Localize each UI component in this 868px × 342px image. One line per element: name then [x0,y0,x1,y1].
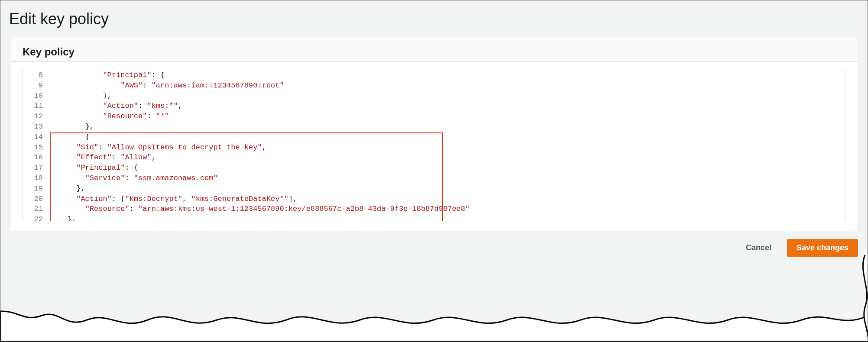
torn-edge-decoration [0,255,868,342]
code-content[interactable]: "Resource": "arn:aws:kms:us-west-1:12345… [49,204,845,214]
code-line[interactable]: 11 "Action": "kms:*", [23,101,845,111]
line-number: 19 [23,184,49,194]
code-line[interactable]: 10 }, [23,91,845,101]
line-number: 13 [23,122,49,132]
code-content[interactable]: "Principal": { [49,163,845,173]
code-content[interactable]: }, [49,122,845,132]
panel-title: Key policy [23,46,845,58]
code-line[interactable]: 15 "Sid": "Allow OpsItems to decrypt the… [23,142,845,153]
line-number: 10 [23,91,49,101]
code-line[interactable]: 9 "AWS": "arn:aws:iam::1234567890:root" [23,81,845,91]
code-line[interactable]: 14 { [23,132,845,142]
line-number: 21 [23,204,49,214]
code-line[interactable]: 16 "Effect": "Allow", [23,152,845,163]
page-title: Edit key policy [9,10,868,28]
code-line[interactable]: 17 "Principal": { [23,163,845,173]
line-number: 22 [23,214,49,221]
code-line[interactable]: 21 "Resource": "arn:aws:kms:us-west-1:12… [23,204,845,214]
action-bar: Cancel Save changes [0,231,868,257]
code-content[interactable]: "Resource": "*" [49,111,845,122]
code-content[interactable]: }, [49,184,845,194]
cancel-button[interactable]: Cancel [736,239,781,257]
code-line[interactable]: 19 }, [23,184,845,194]
line-number: 12 [23,111,49,122]
code-content[interactable]: }, [49,91,845,101]
code-line[interactable]: 8 "Principal": { [23,70,845,81]
edit-key-policy-page: Edit key policy Key policy 8 "Principal"… [0,0,868,342]
line-number: 14 [23,132,49,142]
line-number: 11 [23,101,49,111]
code-content[interactable]: "Action": "kms:*", [49,101,845,111]
code-line[interactable]: 18 "Service": "ssm.amazonaws.com" [23,173,845,184]
line-number: 15 [23,142,49,153]
code-content[interactable]: "Service": "ssm.amazonaws.com" [49,173,845,184]
code-line[interactable]: 13 }, [23,122,845,132]
line-number: 20 [23,194,49,204]
code-content[interactable]: { [49,132,845,142]
code-content[interactable]: "Action": ["kms:Decrypt", "kms:GenerateD… [49,194,845,204]
line-number: 9 [23,81,49,91]
line-number: 18 [23,173,49,184]
code-line[interactable]: 12 "Resource": "*" [23,111,845,122]
code-line[interactable]: 22 }, [23,214,845,221]
save-button[interactable]: Save changes [787,239,858,257]
code-line[interactable]: 20 "Action": ["kms:Decrypt", "kms:Genera… [23,194,845,204]
code-content[interactable]: "AWS": "arn:aws:iam::1234567890:root" [49,81,845,91]
panel-header: Key policy [10,36,858,62]
key-policy-panel: Key policy 8 "Principal": {9 "AWS": "arn… [10,36,858,231]
code-content[interactable]: "Principal": { [49,70,845,81]
code-content[interactable]: }, [49,214,845,221]
policy-editor[interactable]: 8 "Principal": {9 "AWS": "arn:aws:iam::1… [23,70,845,221]
line-number: 8 [23,70,49,81]
line-number: 17 [23,163,49,173]
code-content[interactable]: "Sid": "Allow OpsItems to decrypt the ke… [49,142,845,153]
line-number: 16 [23,152,49,163]
code-content[interactable]: "Effect": "Allow", [49,152,845,163]
